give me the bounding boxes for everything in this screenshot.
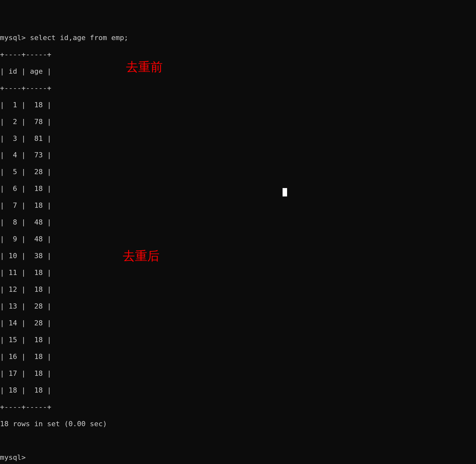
table-row: | 13 | 28 |	[0, 302, 476, 311]
table-header: | id | age |	[0, 67, 476, 76]
table-row: | 17 | 18 |	[0, 369, 476, 378]
table-row: | 2 | 78 |	[0, 118, 476, 126]
annotation-before-dedup: 去重前	[126, 60, 163, 74]
table-row: | 18 | 18 |	[0, 386, 476, 395]
result-summary: 18 rows in set (0.00 sec)	[0, 420, 476, 428]
table-row: | 10 | 38 |	[0, 252, 476, 260]
table-border: +----+-----+	[0, 84, 476, 92]
table-border: +----+-----+	[0, 403, 476, 411]
table-row: | 6 | 18 |	[0, 185, 476, 193]
table-row: | 5 | 28 |	[0, 168, 476, 176]
table-row: | 4 | 73 |	[0, 151, 476, 159]
table-row: | 11 | 18 |	[0, 269, 476, 277]
sql-prompt-line[interactable]: mysql> select id,age from emp;	[0, 34, 476, 42]
table-row: | 3 | 81 |	[0, 134, 476, 143]
sql-query-1: select id,age from emp;	[26, 34, 128, 42]
mysql-prompt: mysql>	[0, 34, 26, 42]
terminal-cursor	[283, 188, 287, 196]
table-row: | 9 | 48 |	[0, 235, 476, 243]
table-row: | 14 | 28 |	[0, 319, 476, 327]
table-row: | 1 | 18 |	[0, 101, 476, 109]
table-row: | 8 | 48 |	[0, 218, 476, 227]
table-row: | 7 | 18 |	[0, 201, 476, 210]
blank-line	[0, 437, 476, 445]
table-row: | 15 | 18 |	[0, 336, 476, 344]
table-border: +----+-----+	[0, 50, 476, 59]
annotation-after-dedup: 去重后	[123, 249, 160, 263]
table-row: | 16 | 18 |	[0, 353, 476, 361]
table-row: | 12 | 18 |	[0, 285, 476, 294]
mysql-prompt-empty[interactable]: mysql>	[0, 453, 476, 462]
